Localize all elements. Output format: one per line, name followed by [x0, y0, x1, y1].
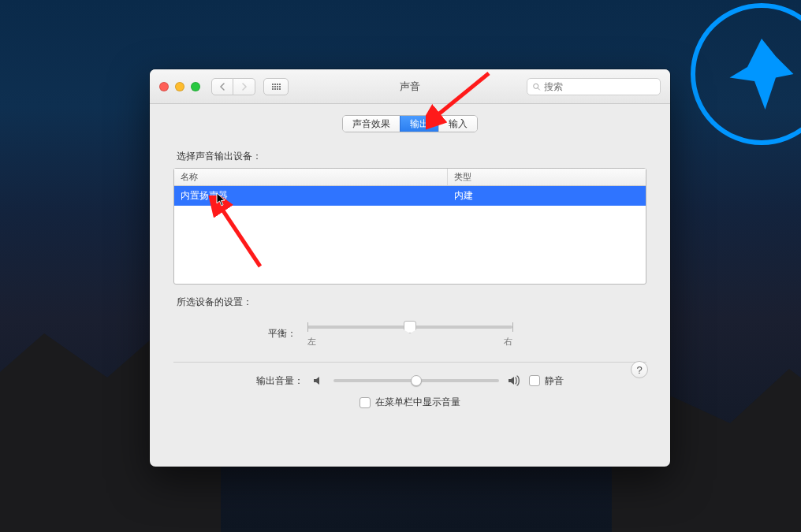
device-type-cell: 内建: [448, 186, 646, 206]
window-titlebar: 声音: [150, 69, 670, 104]
grid-icon: [272, 84, 281, 90]
show-in-menubar-row: 在菜单栏中显示音量: [173, 396, 646, 409]
table-header: 名称 类型: [174, 169, 646, 186]
search-field[interactable]: [527, 78, 661, 95]
minimize-button[interactable]: [175, 82, 184, 91]
mute-label: 静音: [545, 374, 564, 388]
show-in-menubar-label: 在菜单栏中显示音量: [375, 396, 460, 409]
back-button[interactable]: [211, 78, 233, 95]
volume-row: 输出音量： 静音: [173, 374, 646, 388]
tab-input[interactable]: 输入: [438, 116, 477, 132]
close-button[interactable]: [159, 82, 169, 91]
balance-row: 平衡： 左 右: [173, 320, 646, 348]
balance-slider[interactable]: [307, 320, 512, 334]
output-volume-label: 输出音量：: [256, 374, 304, 388]
separator: [173, 362, 646, 363]
column-header-type[interactable]: 类型: [448, 169, 646, 185]
svg-line-1: [538, 87, 539, 89]
sound-preferences-window: 声音 声音效果 输出 输入 选择声音输出设备： 名称 类型 内置扬声器 内建 所…: [150, 69, 670, 467]
output-volume-slider[interactable]: [333, 374, 499, 388]
speaker-low-icon: [311, 374, 326, 388]
column-header-name[interactable]: 名称: [174, 169, 448, 185]
volume-slider-thumb[interactable]: [411, 375, 422, 386]
show-in-menubar-checkbox[interactable]: [360, 397, 371, 408]
show-all-button[interactable]: [263, 78, 289, 95]
help-button[interactable]: ?: [631, 361, 648, 378]
nav-back-forward: [211, 78, 255, 95]
mute-checkbox[interactable]: [529, 375, 540, 386]
forward-button[interactable]: [233, 78, 255, 95]
desktop-logo: [691, 3, 801, 145]
zoom-button[interactable]: [191, 82, 200, 91]
table-row[interactable]: 内置扬声器 内建: [174, 186, 646, 206]
tabs-segmented-control: 声音效果 输出 输入: [150, 115, 670, 132]
window-traffic-lights: [159, 82, 200, 91]
search-icon: [532, 82, 541, 91]
search-input[interactable]: [544, 81, 655, 92]
selected-device-settings-label: 所选设备的设置：: [177, 296, 646, 309]
balance-right-label: 右: [504, 336, 512, 348]
balance-label: 平衡：: [210, 327, 296, 340]
output-device-table[interactable]: 名称 类型 内置扬声器 内建: [173, 168, 646, 285]
speaker-high-icon: [507, 374, 521, 388]
tab-output[interactable]: 输出: [400, 116, 438, 132]
balance-left-label: 左: [307, 336, 316, 348]
tab-sound-effects[interactable]: 声音效果: [343, 116, 400, 132]
content-area: 选择声音输出设备： 名称 类型 内置扬声器 内建 所选设备的设置： 平衡：: [150, 132, 670, 409]
select-device-label: 选择声音输出设备：: [177, 150, 646, 163]
balance-slider-thumb[interactable]: [404, 321, 416, 333]
device-name-cell: 内置扬声器: [174, 186, 448, 206]
